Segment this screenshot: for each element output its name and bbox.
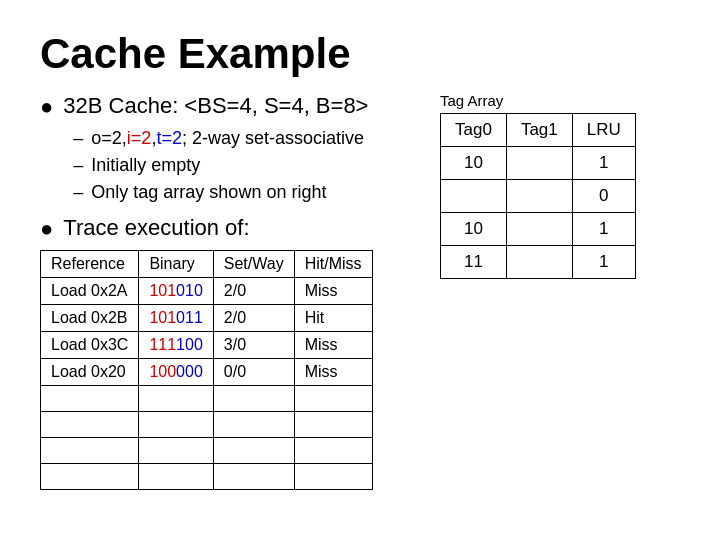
tag-row-1: 10 1 — [441, 147, 636, 180]
setway-cell: 3/0 — [213, 332, 294, 359]
tag-row-3: 10 1 — [441, 213, 636, 246]
hitmiss-cell: Hit — [294, 305, 372, 332]
hitmiss-cell: Miss — [294, 359, 372, 386]
setway-cell: 2/0 — [213, 305, 294, 332]
table-row-empty — [41, 438, 373, 464]
tag-col-tag0: Tag0 — [441, 114, 507, 147]
tag1-cell — [506, 147, 572, 180]
lru-cell: 1 — [572, 213, 635, 246]
sub-item-2: Initially empty — [73, 152, 368, 179]
cache-title: 32B Cache: <BS=4, S=4, B=8> — [63, 93, 368, 118]
binary-cell: 111100 — [139, 332, 213, 359]
ref-cell: Load 0x20 — [41, 359, 139, 386]
exec-col-reference: Reference — [41, 251, 139, 278]
tag0-cell — [441, 180, 507, 213]
hitmiss-cell: Miss — [294, 278, 372, 305]
binary-cell: 101011 — [139, 305, 213, 332]
tag-array-table: Tag0 Tag1 LRU 10 1 0 — [440, 113, 636, 279]
setway-cell: 2/0 — [213, 278, 294, 305]
cache-sub-list: o=2, i=2, t=2; 2-way set-associative Ini… — [73, 125, 368, 206]
tag1-cell — [506, 246, 572, 279]
setway-cell: 0/0 — [213, 359, 294, 386]
tag-array-panel: Tag Array Tag0 Tag1 LRU 10 1 — [440, 92, 680, 279]
trace-title: Trace execution of: — [63, 214, 249, 243]
exec-col-binary: Binary — [139, 251, 213, 278]
tag-col-tag1: Tag1 — [506, 114, 572, 147]
tag0-cell: 11 — [441, 246, 507, 279]
binary-cell: 100000 — [139, 359, 213, 386]
table-row: Load 0x3C 111100 3/0 Miss — [41, 332, 373, 359]
sub-item-3: Only tag array shown on right — [73, 179, 368, 206]
table-row-empty — [41, 412, 373, 438]
bullet-dot-2: ● — [40, 216, 53, 242]
ref-cell: Load 0x2A — [41, 278, 139, 305]
table-row-empty — [41, 386, 373, 412]
table-row: Load 0x2B 101011 2/0 Hit — [41, 305, 373, 332]
bullet-dot-1: ● — [40, 94, 53, 120]
ref-cell: Load 0x3C — [41, 332, 139, 359]
exec-col-setway: Set/Way — [213, 251, 294, 278]
execution-table: Reference Binary Set/Way Hit/Miss Load 0… — [40, 250, 373, 490]
hitmiss-cell: Miss — [294, 332, 372, 359]
lru-cell: 0 — [572, 180, 635, 213]
tag-col-lru: LRU — [572, 114, 635, 147]
tag-row-2: 0 — [441, 180, 636, 213]
tag1-cell — [506, 180, 572, 213]
bullet-item-cache: ● 32B Cache: <BS=4, S=4, B=8> o=2, i=2, … — [40, 92, 410, 206]
tag-array-label: Tag Array — [440, 92, 680, 109]
lru-cell: 1 — [572, 147, 635, 180]
tag1-cell — [506, 213, 572, 246]
lru-cell: 1 — [572, 246, 635, 279]
table-row: Load 0x20 100000 0/0 Miss — [41, 359, 373, 386]
tag0-cell: 10 — [441, 213, 507, 246]
ref-cell: Load 0x2B — [41, 305, 139, 332]
tag0-cell: 10 — [441, 147, 507, 180]
binary-cell: 101010 — [139, 278, 213, 305]
table-row-empty — [41, 464, 373, 490]
exec-col-hitmiss: Hit/Miss — [294, 251, 372, 278]
bullet-item-trace: ● Trace execution of: — [40, 214, 410, 243]
sub-item-1: o=2, i=2, t=2; 2-way set-associative — [73, 125, 368, 152]
page-title: Cache Example — [40, 30, 680, 78]
table-row: Load 0x2A 101010 2/0 Miss — [41, 278, 373, 305]
tag-row-4: 11 1 — [441, 246, 636, 279]
